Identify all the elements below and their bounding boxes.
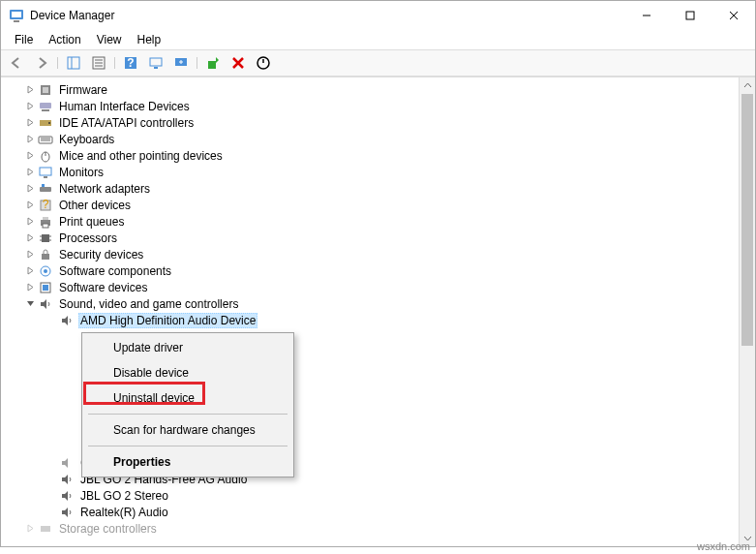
mouse-icon bbox=[38, 148, 53, 164]
expand-icon[interactable] bbox=[22, 250, 38, 259]
speaker-icon bbox=[59, 313, 75, 328]
scan-hardware-button[interactable] bbox=[144, 51, 167, 75]
other-icon: ? bbox=[38, 198, 53, 213]
category-monitors[interactable]: Monitors bbox=[5, 164, 739, 180]
svg-text:?: ? bbox=[127, 56, 134, 70]
storage-icon bbox=[38, 521, 53, 537]
expand-icon[interactable] bbox=[22, 217, 38, 226]
expand-icon[interactable] bbox=[22, 524, 38, 533]
expand-icon[interactable] bbox=[22, 266, 38, 275]
category-label: Firmware bbox=[57, 83, 109, 97]
category-storage[interactable]: Storage controllers bbox=[5, 520, 739, 537]
category-label: Print queues bbox=[57, 215, 126, 229]
ctx-update-driver[interactable]: Update driver bbox=[84, 335, 291, 360]
minimize-button[interactable] bbox=[624, 1, 668, 30]
expand-icon[interactable] bbox=[22, 118, 38, 127]
back-button[interactable] bbox=[5, 51, 28, 75]
category-ide[interactable]: IDE ATA/ATAPI controllers bbox=[5, 114, 739, 131]
toolbar-divider bbox=[195, 51, 199, 75]
watermark: wsxdn.com bbox=[697, 540, 750, 552]
svg-rect-41 bbox=[43, 217, 48, 220]
help-button[interactable]: ? bbox=[119, 51, 142, 75]
software-device-icon bbox=[38, 280, 53, 295]
vertical-scrollbar[interactable] bbox=[739, 77, 755, 546]
maximize-button[interactable] bbox=[668, 1, 711, 30]
device-label: JBL GO 2 Stereo bbox=[78, 489, 170, 503]
category-label: Security devices bbox=[57, 248, 145, 262]
properties-button[interactable] bbox=[87, 51, 110, 75]
category-other[interactable]: ? Other devices bbox=[5, 197, 739, 213]
menu-action[interactable]: Action bbox=[41, 31, 88, 48]
category-label: Processors bbox=[57, 231, 119, 245]
category-security[interactable]: Security devices bbox=[5, 246, 739, 262]
toolbar: ? bbox=[1, 49, 755, 77]
svg-rect-21 bbox=[208, 61, 216, 69]
expand-icon[interactable] bbox=[22, 151, 38, 160]
category-mice[interactable]: Mice and other pointing devices bbox=[5, 147, 739, 164]
svg-text:?: ? bbox=[43, 198, 49, 211]
titlebar: Device Manager bbox=[1, 1, 755, 30]
category-label: Monitors bbox=[57, 166, 106, 179]
expand-icon[interactable] bbox=[22, 233, 38, 242]
expand-icon[interactable] bbox=[22, 168, 38, 176]
svg-point-50 bbox=[44, 269, 47, 273]
category-sound[interactable]: Sound, video and game controllers bbox=[5, 295, 739, 312]
expand-icon[interactable] bbox=[22, 184, 38, 193]
svg-rect-52 bbox=[43, 285, 48, 291]
update-driver-button[interactable] bbox=[169, 51, 193, 75]
category-processors[interactable]: Processors bbox=[5, 230, 739, 246]
keyboard-icon bbox=[38, 132, 53, 147]
category-label: IDE ATA/ATAPI controllers bbox=[57, 116, 196, 130]
category-software-components[interactable]: Software components bbox=[5, 262, 739, 279]
category-label: Network adapters bbox=[57, 182, 152, 196]
ctx-separator bbox=[88, 446, 287, 446]
show-hide-tree-button[interactable] bbox=[62, 51, 85, 75]
svg-rect-24 bbox=[43, 87, 48, 93]
category-keyboards[interactable]: Keyboards bbox=[5, 131, 739, 147]
uninstall-device-button[interactable] bbox=[227, 51, 250, 75]
category-label: Software devices bbox=[57, 281, 149, 294]
category-network[interactable]: Network adapters bbox=[5, 180, 739, 197]
toolbar-divider bbox=[112, 51, 117, 75]
category-label: Mice and other pointing devices bbox=[57, 149, 225, 163]
category-print[interactable]: Print queues bbox=[5, 213, 739, 230]
category-software-devices[interactable]: Software devices bbox=[5, 279, 739, 295]
security-icon bbox=[38, 247, 53, 262]
menubar: File Action View Help bbox=[1, 30, 755, 49]
svg-rect-4 bbox=[686, 12, 694, 19]
svg-rect-1 bbox=[12, 12, 21, 17]
device-jbl-stereo[interactable]: JBL GO 2 Stereo bbox=[5, 487, 739, 504]
close-button[interactable] bbox=[711, 1, 755, 30]
device-amd-audio[interactable]: AMD High Definition Audio Device bbox=[5, 312, 739, 328]
disable-device-button[interactable] bbox=[252, 51, 275, 75]
category-firmware[interactable]: Firmware bbox=[5, 81, 739, 98]
enable-device-button[interactable] bbox=[201, 51, 225, 75]
menu-help[interactable]: Help bbox=[130, 31, 169, 48]
svg-rect-17 bbox=[150, 58, 162, 66]
menu-file[interactable]: File bbox=[7, 31, 41, 48]
expand-icon[interactable] bbox=[22, 200, 38, 209]
expand-icon[interactable] bbox=[22, 102, 38, 110]
ctx-properties[interactable]: Properties bbox=[84, 449, 291, 475]
network-icon bbox=[38, 181, 53, 197]
category-label: Human Interface Devices bbox=[57, 100, 192, 113]
collapse-icon[interactable] bbox=[22, 299, 38, 308]
forward-button[interactable] bbox=[30, 51, 53, 75]
expand-icon[interactable] bbox=[22, 85, 38, 94]
device-label: Realtek(R) Audio bbox=[78, 506, 170, 519]
svg-rect-34 bbox=[40, 168, 51, 175]
expand-icon[interactable] bbox=[22, 283, 38, 292]
category-hid[interactable]: Human Interface Devices bbox=[5, 98, 739, 114]
ctx-scan-hardware[interactable]: Scan for hardware changes bbox=[84, 417, 291, 443]
menu-view[interactable]: View bbox=[89, 31, 130, 48]
ctx-uninstall-device[interactable]: Uninstall device bbox=[84, 385, 291, 411]
ctx-disable-device[interactable]: Disable device bbox=[84, 360, 291, 385]
expand-icon[interactable] bbox=[22, 135, 38, 143]
svg-rect-25 bbox=[40, 103, 51, 108]
scroll-thumb[interactable] bbox=[741, 94, 753, 346]
device-realtek[interactable]: Realtek(R) Audio bbox=[5, 504, 739, 520]
hid-icon bbox=[38, 99, 53, 114]
svg-rect-48 bbox=[42, 254, 49, 260]
scroll-up-arrow[interactable] bbox=[740, 77, 755, 94]
speaker-icon bbox=[59, 455, 75, 471]
